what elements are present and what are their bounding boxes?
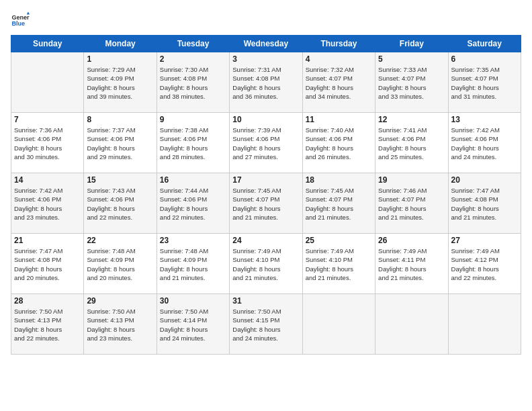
day-info: Sunrise: 7:33 AMSunset: 4:07 PMDaylight:… (378, 65, 445, 101)
calendar-cell (448, 294, 521, 355)
day-number: 24 (232, 236, 299, 245)
day-info: Sunrise: 7:49 AMSunset: 4:12 PMDaylight:… (451, 246, 518, 282)
calendar-cell: 1Sunrise: 7:29 AMSunset: 4:09 PMDaylight… (84, 52, 157, 113)
calendar-cell (302, 294, 375, 355)
day-info: Sunrise: 7:44 AMSunset: 4:06 PMDaylight:… (160, 186, 226, 222)
calendar-cell: 31Sunrise: 7:50 AMSunset: 4:15 PMDayligh… (230, 294, 302, 355)
calendar-cell: 4Sunrise: 7:32 AMSunset: 4:07 PMDaylight… (302, 52, 375, 113)
day-number: 6 (451, 54, 518, 64)
day-number: 1 (87, 54, 153, 64)
calendar-cell: 28Sunrise: 7:50 AMSunset: 4:13 PMDayligh… (11, 294, 84, 355)
day-number: 9 (160, 115, 226, 124)
calendar-body: 1Sunrise: 7:29 AMSunset: 4:09 PMDaylight… (11, 52, 521, 355)
day-number: 22 (87, 236, 153, 245)
calendar-cell: 6Sunrise: 7:35 AMSunset: 4:07 PMDaylight… (448, 52, 521, 113)
day-info: Sunrise: 7:48 AMSunset: 4:09 PMDaylight:… (87, 246, 153, 282)
calendar-cell: 10Sunrise: 7:39 AMSunset: 4:06 PMDayligh… (230, 113, 302, 173)
calendar-header-row: SundayMondayTuesdayWednesdayThursdayFrid… (11, 36, 521, 52)
day-number: 18 (306, 175, 372, 185)
calendar-cell: 16Sunrise: 7:44 AMSunset: 4:06 PMDayligh… (157, 173, 229, 234)
calendar-cell: 11Sunrise: 7:40 AMSunset: 4:06 PMDayligh… (302, 113, 375, 173)
calendar-cell (375, 294, 448, 355)
day-info: Sunrise: 7:50 AMSunset: 4:14 PMDaylight:… (160, 307, 226, 342)
day-info: Sunrise: 7:39 AMSunset: 4:06 PMDaylight:… (232, 126, 299, 161)
calendar-cell: 7Sunrise: 7:36 AMSunset: 4:06 PMDaylight… (11, 113, 84, 173)
day-number: 31 (232, 296, 299, 306)
calendar-cell: 14Sunrise: 7:42 AMSunset: 4:06 PMDayligh… (11, 173, 84, 234)
day-number: 14 (14, 175, 81, 185)
day-number: 16 (160, 175, 226, 185)
day-number: 4 (306, 54, 372, 64)
calendar-cell: 26Sunrise: 7:49 AMSunset: 4:11 PMDayligh… (375, 234, 448, 294)
header-thursday: Thursday (302, 36, 375, 52)
header-wednesday: Wednesday (230, 36, 302, 52)
calendar-cell: 25Sunrise: 7:49 AMSunset: 4:10 PMDayligh… (302, 234, 375, 294)
day-info: Sunrise: 7:37 AMSunset: 4:06 PMDaylight:… (87, 126, 153, 161)
day-info: Sunrise: 7:36 AMSunset: 4:06 PMDaylight:… (14, 126, 81, 161)
calendar-table: SundayMondayTuesdayWednesdayThursdayFrid… (11, 35, 521, 355)
day-info: Sunrise: 7:32 AMSunset: 4:07 PMDaylight:… (306, 65, 372, 101)
header-friday: Friday (375, 36, 448, 52)
svg-text:General: General (11, 14, 30, 21)
day-info: Sunrise: 7:42 AMSunset: 4:06 PMDaylight:… (14, 186, 81, 222)
day-number: 8 (87, 115, 153, 124)
calendar-week-2: 7Sunrise: 7:36 AMSunset: 4:06 PMDaylight… (11, 113, 521, 173)
svg-marker-2 (27, 11, 30, 14)
day-info: Sunrise: 7:35 AMSunset: 4:07 PMDaylight:… (451, 65, 518, 101)
calendar-week-5: 28Sunrise: 7:50 AMSunset: 4:13 PMDayligh… (11, 294, 521, 355)
day-number: 20 (451, 175, 518, 185)
calendar-week-3: 14Sunrise: 7:42 AMSunset: 4:06 PMDayligh… (11, 173, 521, 234)
header-saturday: Saturday (448, 36, 521, 52)
day-number: 25 (306, 236, 372, 245)
calendar-cell: 29Sunrise: 7:50 AMSunset: 4:13 PMDayligh… (84, 294, 157, 355)
calendar-cell: 19Sunrise: 7:46 AMSunset: 4:07 PMDayligh… (375, 173, 448, 234)
calendar-cell: 12Sunrise: 7:41 AMSunset: 4:06 PMDayligh… (375, 113, 448, 173)
day-number: 12 (378, 115, 445, 124)
calendar-cell: 18Sunrise: 7:45 AMSunset: 4:07 PMDayligh… (302, 173, 375, 234)
calendar-cell (11, 52, 84, 113)
day-number: 10 (232, 115, 299, 124)
day-info: Sunrise: 7:31 AMSunset: 4:08 PMDaylight:… (232, 65, 299, 101)
day-info: Sunrise: 7:49 AMSunset: 4:11 PMDaylight:… (378, 246, 445, 282)
day-info: Sunrise: 7:47 AMSunset: 4:08 PMDaylight:… (14, 246, 81, 282)
day-info: Sunrise: 7:49 AMSunset: 4:10 PMDaylight:… (306, 246, 372, 282)
day-number: 7 (14, 115, 81, 124)
calendar-cell: 5Sunrise: 7:33 AMSunset: 4:07 PMDaylight… (375, 52, 448, 113)
calendar-cell: 2Sunrise: 7:30 AMSunset: 4:08 PMDaylight… (157, 52, 229, 113)
day-info: Sunrise: 7:45 AMSunset: 4:07 PMDaylight:… (306, 186, 372, 222)
day-info: Sunrise: 7:43 AMSunset: 4:06 PMDaylight:… (87, 186, 153, 222)
day-number: 19 (378, 175, 445, 185)
page-header: General Blue (11, 11, 521, 30)
day-number: 21 (14, 236, 81, 245)
day-number: 3 (232, 54, 299, 64)
header-tuesday: Tuesday (157, 36, 229, 52)
calendar-cell: 8Sunrise: 7:37 AMSunset: 4:06 PMDaylight… (84, 113, 157, 173)
calendar-cell: 30Sunrise: 7:50 AMSunset: 4:14 PMDayligh… (157, 294, 229, 355)
logo: General Blue (11, 11, 30, 30)
day-info: Sunrise: 7:38 AMSunset: 4:06 PMDaylight:… (160, 126, 226, 161)
calendar-week-1: 1Sunrise: 7:29 AMSunset: 4:09 PMDaylight… (11, 52, 521, 113)
logo-icon: General Blue (11, 11, 30, 30)
calendar-cell: 22Sunrise: 7:48 AMSunset: 4:09 PMDayligh… (84, 234, 157, 294)
day-number: 13 (451, 115, 518, 124)
calendar-cell: 15Sunrise: 7:43 AMSunset: 4:06 PMDayligh… (84, 173, 157, 234)
day-number: 5 (378, 54, 445, 64)
day-number: 29 (87, 296, 153, 306)
day-number: 26 (378, 236, 445, 245)
svg-text:Blue: Blue (11, 20, 25, 27)
calendar-cell: 9Sunrise: 7:38 AMSunset: 4:06 PMDaylight… (157, 113, 229, 173)
calendar-cell: 20Sunrise: 7:47 AMSunset: 4:08 PMDayligh… (448, 173, 521, 234)
day-info: Sunrise: 7:46 AMSunset: 4:07 PMDaylight:… (378, 186, 445, 222)
day-number: 27 (451, 236, 518, 245)
day-info: Sunrise: 7:50 AMSunset: 4:13 PMDaylight:… (87, 307, 153, 342)
day-number: 2 (160, 54, 226, 64)
calendar-cell: 21Sunrise: 7:47 AMSunset: 4:08 PMDayligh… (11, 234, 84, 294)
day-info: Sunrise: 7:47 AMSunset: 4:08 PMDaylight:… (451, 186, 518, 222)
calendar-cell: 23Sunrise: 7:48 AMSunset: 4:09 PMDayligh… (157, 234, 229, 294)
day-number: 15 (87, 175, 153, 185)
day-info: Sunrise: 7:29 AMSunset: 4:09 PMDaylight:… (87, 65, 153, 101)
day-info: Sunrise: 7:49 AMSunset: 4:10 PMDaylight:… (232, 246, 299, 282)
day-number: 23 (160, 236, 226, 245)
day-number: 11 (306, 115, 372, 124)
calendar-cell: 27Sunrise: 7:49 AMSunset: 4:12 PMDayligh… (448, 234, 521, 294)
